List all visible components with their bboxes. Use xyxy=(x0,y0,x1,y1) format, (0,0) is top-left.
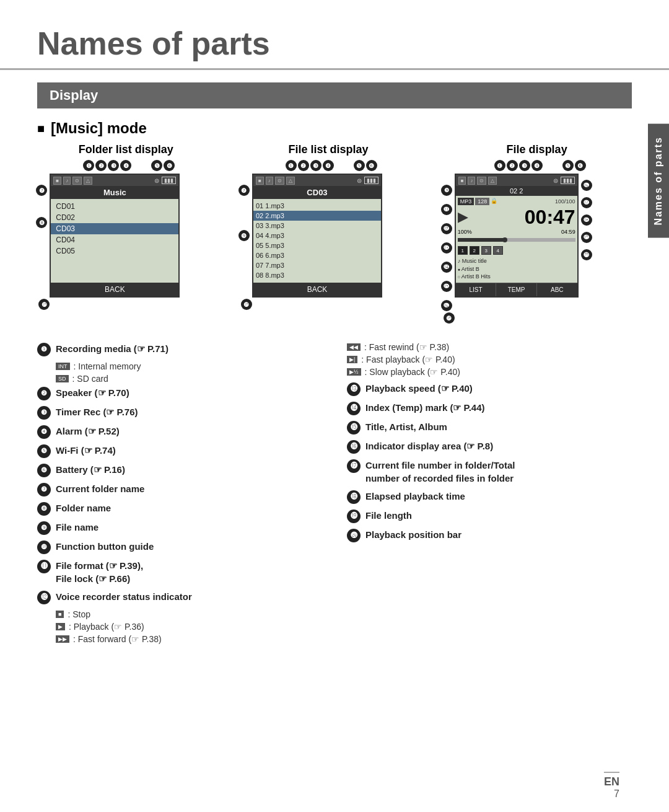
callout-18: ⓲ xyxy=(581,214,592,226)
folder-header-1: Music xyxy=(51,186,178,199)
bottom-tabs: LIST TEMP ABC xyxy=(456,283,577,296)
callout-6c: ❻ xyxy=(575,160,586,171)
index-mark-4: 4 xyxy=(493,246,503,255)
ann-text-12: Voice recorder status indicator xyxy=(56,590,192,603)
slow-playback-icon: ▶½ xyxy=(347,368,361,376)
mode-header: [Music] mode xyxy=(0,108,669,143)
folder-item-cd03: CD03 xyxy=(51,223,178,234)
ann-num-6: ❻ xyxy=(37,464,51,477)
playback-icon: ▶ xyxy=(56,623,65,630)
callout-5b: ❺ xyxy=(354,160,365,171)
ann-text-1: Recording media (☞ P.71) xyxy=(56,342,168,355)
annotation-17: ⓱ Current file number in folder/Totalnum… xyxy=(347,459,632,485)
ann-text-5: Wi-Fi (☞ P.74) xyxy=(56,444,116,457)
side-label: Names of parts xyxy=(648,124,669,238)
file-item-3: 03 3.mp3 xyxy=(253,221,381,231)
callout-2b: ❷ xyxy=(298,160,309,171)
ann-text-19: File length xyxy=(365,509,412,522)
annotations-right: ◀◀ : Fast rewind (☞ P.38) ▶| : Fast play… xyxy=(347,342,632,647)
en-label: EN xyxy=(604,772,619,788)
sd-card-icon: SD xyxy=(56,375,69,382)
annotation-16: ⓰ Indicator display area (☞ P.8) xyxy=(347,439,632,454)
tab-temp: TEMP xyxy=(496,283,537,296)
annotation-2: ❷ Speaker (☞ P.70) xyxy=(37,386,322,400)
file-item-5: 05 5.mp3 xyxy=(253,241,381,250)
album-name: Artist B Hits xyxy=(458,273,575,281)
memory-icon-2: ■ xyxy=(256,177,264,185)
annotations: ❶ Recording media (☞ P.71) INT : Interna… xyxy=(0,336,669,653)
file-display-title: File display xyxy=(441,143,633,156)
callout-3c: ❸ xyxy=(519,160,530,171)
callout-3a: ❸ xyxy=(108,160,119,171)
ann-sub-text-fast-rewind: : Fast rewind (☞ P.38) xyxy=(364,342,449,352)
annotations-left: ❶ Recording media (☞ P.71) INT : Interna… xyxy=(37,342,322,647)
file-count: 100/100 xyxy=(555,198,575,205)
index-mark-1: 1 xyxy=(458,246,468,255)
file-item-7: 07 7.mp3 xyxy=(253,260,381,270)
alarm-icon-2: △ xyxy=(286,177,295,185)
ann-text-11b: File lock (☞ P.66) xyxy=(56,572,143,585)
timer-icon: ⊙ xyxy=(72,177,82,185)
annotation-15: ⓯ Title, Artist, Album xyxy=(347,420,632,435)
callout-5a: ❺ xyxy=(151,160,162,171)
file-display-header: 02 2 xyxy=(456,186,577,196)
ann-sub-text-slow-playback: : Slow playback (☞ P.40) xyxy=(365,367,460,377)
annotation-19: ⓳ File length xyxy=(347,509,632,523)
speaker-icon-3: ♪ xyxy=(468,177,475,185)
ann-sub-1b: SD : SD card xyxy=(56,374,322,384)
callout-7b: ❼ xyxy=(238,185,250,196)
ann-num-18: ⓲ xyxy=(347,490,361,504)
callout-2c: ❷ xyxy=(507,160,518,171)
ann-num-3: ❸ xyxy=(37,406,51,420)
ann-text-20: Playback position bar xyxy=(365,528,461,541)
ann-text-8: Folder name xyxy=(56,501,111,514)
ann-num-5: ❺ xyxy=(37,444,51,458)
folder-item-cd01: CD01 xyxy=(51,201,178,212)
wifi-icon-3: ⊜ xyxy=(553,177,558,184)
stop-icon: ■ xyxy=(56,611,64,618)
ann-sub-1a: INT : Internal memory xyxy=(56,361,322,371)
file-list-header: CD03 xyxy=(253,186,381,199)
annotation-5: ❺ Wi-Fi (☞ P.74) xyxy=(37,444,322,458)
speaker-icon-2: ♪ xyxy=(266,177,273,185)
callout-4b: ❹ xyxy=(323,160,334,171)
callout-12c: ⓬ xyxy=(441,223,452,234)
index-mark-2: 2 xyxy=(470,246,479,255)
file-display-diagram: File display ❶ ❷ ❸ ❹ ❺ ❻ ❾ ⓫ ⓬ ⓭ ⓮ ⓯ ⓰ xyxy=(441,143,633,324)
file-item-4: 04 4.mp3 xyxy=(253,231,381,241)
ann-text-7: Current folder name xyxy=(56,482,144,495)
file-item-2: 02 2.mp3 xyxy=(253,211,381,221)
playback-time: 00:47 xyxy=(525,207,575,227)
callout-11c: ⓫ xyxy=(441,204,452,215)
ann-sub-text-12c: : Fast forward (☞ P.38) xyxy=(73,634,162,644)
callout-4a: ❹ xyxy=(120,160,131,171)
callout-3b: ❸ xyxy=(310,160,321,171)
ann-text-15: Title, Artist, Album xyxy=(365,420,447,433)
ann-num-15: ⓯ xyxy=(347,421,361,435)
callout-13c: ⓭ xyxy=(441,242,452,254)
back-bar-1: BACK xyxy=(51,283,178,296)
annotation-4: ❹ Alarm (☞ P.52) xyxy=(37,425,322,439)
section-header: Display xyxy=(37,82,632,108)
ann-text-18: Elapsed playback time xyxy=(365,490,465,503)
alarm-icon-3: △ xyxy=(488,177,497,185)
callout-4c: ❹ xyxy=(531,160,543,171)
ann-sub-12a: ■ : Stop xyxy=(56,609,322,619)
ann-num-17: ⓱ xyxy=(347,459,361,473)
annotation-9: ❾ File name xyxy=(37,521,322,535)
ann-num-1: ❶ xyxy=(37,343,51,356)
diagrams-container: Folder list display ❶ ❷ ❸ ❹ ❺ ❻ ❼ ❽ ■ xyxy=(0,143,669,324)
callout-9b: ❾ xyxy=(238,230,250,241)
callout-17c: ⓰ xyxy=(581,180,592,191)
file-item-1: 01 1.mp3 xyxy=(253,201,381,211)
annotation-7: ❼ Current folder name xyxy=(37,482,322,496)
callout-17: ⓱ xyxy=(581,197,592,208)
ann-sub-text-1b: : SD card xyxy=(72,374,108,384)
progress-bar xyxy=(458,238,575,242)
ann-sub-text-12b: : Playback (☞ P.36) xyxy=(69,622,144,632)
callout-9c: ❾ xyxy=(441,185,452,196)
lock-icon: 🔒 xyxy=(491,198,497,205)
annotation-8: ❽ Folder name xyxy=(37,501,322,516)
folder-list-title: Folder list display xyxy=(36,143,216,156)
status-bar-3: ■ ♪ ⊙ △ ⊜ ▮▮▮ xyxy=(456,175,577,186)
